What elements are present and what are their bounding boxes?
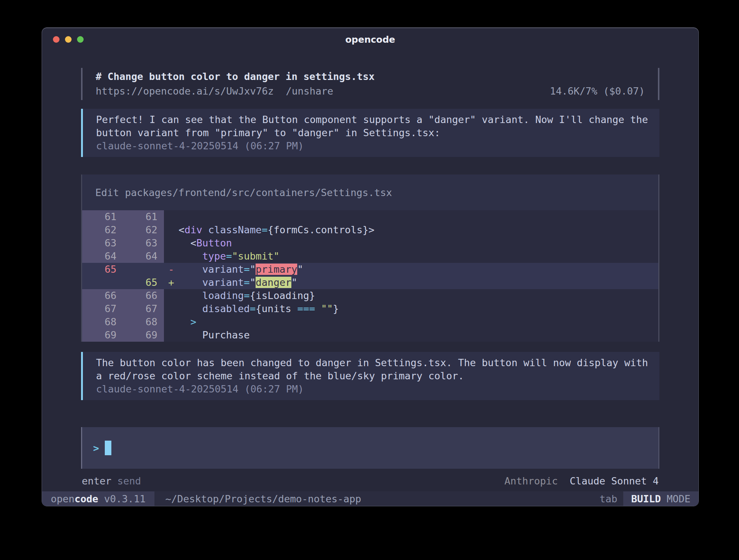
code-token (179, 303, 202, 314)
token-cost-stats: 14.6K/7% ($0.07) (550, 84, 645, 99)
diff-code-line (179, 210, 658, 223)
send-action-hint: send (117, 475, 141, 488)
diff-row: 65+ variant="danger" (82, 276, 658, 289)
prompt-input[interactable]: > (81, 427, 659, 469)
code-token: className (208, 224, 261, 235)
line-number-old: 69 (82, 329, 123, 342)
diff-marker (164, 289, 179, 302)
code-token: = (244, 264, 250, 275)
diff-marker (164, 329, 179, 342)
diff-code-line: <div className={formCs.controls}> (179, 223, 658, 237)
line-number-old: 61 (82, 210, 123, 223)
code-token: " (250, 264, 256, 275)
diff-marker (164, 237, 179, 250)
line-number-new: 67 (123, 302, 164, 315)
assistant-message: Perfect! I can see that the Button compo… (81, 109, 659, 157)
mode-toggle-chip[interactable]: BUILD MODE (623, 491, 698, 506)
line-number-new: 64 (123, 250, 164, 263)
message-line: button variant from "primary" to "danger… (96, 126, 646, 139)
diff-code-line: <Button (179, 237, 658, 250)
enter-key-hint: enter (82, 475, 111, 488)
line-number-old: 67 (82, 302, 123, 315)
line-number-old: 66 (82, 289, 123, 302)
code-token: = (250, 303, 256, 314)
code-token: } (333, 303, 339, 314)
diff-code-line: variant="danger" (179, 276, 658, 289)
line-number-new: 69 (123, 329, 164, 342)
message-meta: claude-sonnet-4-20250514 (06:27 PM) (96, 383, 646, 396)
message-line: Perfect! I can see that the Button compo… (96, 113, 646, 126)
line-number-old: 62 (82, 223, 123, 237)
model-label[interactable]: Claude Sonnet 4 (570, 475, 659, 487)
app-window: opencode # Change button color to danger… (42, 27, 699, 506)
diff-row: 6969 Purchase (82, 329, 658, 342)
provider-label: Anthropic (505, 475, 558, 487)
line-number-new: 62 (123, 223, 164, 237)
code-token: primary (256, 264, 297, 275)
code-token: = (244, 277, 250, 288)
line-number-new (123, 263, 164, 276)
code-token: = (226, 250, 232, 262)
line-number-new: 66 (123, 289, 164, 302)
code-token (179, 264, 202, 275)
line-number-old: 65 (82, 263, 123, 276)
diff-row: 6363 <Button (82, 237, 658, 250)
diff-row: 6161 (82, 210, 658, 223)
code-token: " (297, 264, 303, 275)
mode-suffix: MODE (667, 493, 690, 505)
diff-code-line: variant="primary" (179, 263, 658, 276)
code-token: "submit" (232, 250, 279, 262)
code-token (179, 329, 202, 341)
diff-row: 65- variant="primary" (82, 263, 658, 276)
code-token: < (179, 237, 196, 249)
window-title: opencode (42, 34, 698, 45)
assistant-message: The button color has been changed to dan… (81, 352, 659, 400)
code-token: < (179, 224, 184, 235)
share-url-link[interactable]: https://opencode.ai/s/UwJxv76z (96, 84, 274, 99)
diff-code-line: Purchase (179, 329, 658, 342)
diff-marker (164, 315, 179, 329)
code-token: {formCs.controls} (268, 224, 368, 235)
code-token (179, 277, 202, 288)
text-cursor (105, 441, 111, 455)
diff-row: 6464 type="submit" (82, 250, 658, 263)
diff-code-line: loading={isLoading} (179, 289, 658, 302)
code-token: Purchase (202, 329, 250, 341)
code-token: {units (256, 303, 297, 314)
diff-row: 6868 > (82, 315, 658, 329)
code-token: danger (256, 277, 291, 288)
session-title: # Change button color to danger in setti… (96, 69, 645, 84)
code-token: = (262, 224, 268, 235)
code-token: " (291, 277, 297, 288)
diff-code-line: type="submit" (179, 250, 658, 263)
diff-marker (164, 250, 179, 263)
code-token: disabled (202, 303, 250, 314)
line-number-old (82, 276, 123, 289)
message-line: a red/rose color scheme instead of the b… (96, 369, 646, 383)
code-token: div (184, 224, 202, 235)
edit-tool-title: Edit packages/frontend/src/containers/Se… (82, 174, 658, 210)
tab-key-hint: tab (600, 493, 617, 505)
diff-marker: - (164, 263, 179, 276)
session-header: # Change button color to danger in setti… (81, 68, 659, 100)
code-token: type (202, 250, 226, 262)
code-token (179, 316, 191, 327)
unshare-command[interactable]: /unshare (286, 84, 333, 99)
app-version: v0.3.11 (104, 493, 146, 505)
code-token: === (297, 303, 315, 314)
diff-marker (164, 302, 179, 315)
app-name-bold: code (74, 493, 98, 505)
code-token: variant (202, 264, 244, 275)
code-token (179, 290, 202, 301)
diff-code-line: disabled={units === ""} (179, 302, 658, 315)
line-number-new: 61 (123, 210, 164, 223)
content: # Change button color to danger in setti… (81, 51, 659, 488)
input-hints: enter send Anthropic Claude Sonnet 4 (81, 475, 659, 488)
code-token (179, 250, 202, 262)
code-token: variant (202, 277, 244, 288)
code-token (202, 224, 208, 235)
line-number-old: 64 (82, 250, 123, 263)
titlebar: opencode (42, 28, 698, 51)
diff-row: 6767 disabled={units === ""} (82, 302, 658, 315)
diff-rows: 61616262<div className={formCs.controls}… (82, 210, 658, 342)
